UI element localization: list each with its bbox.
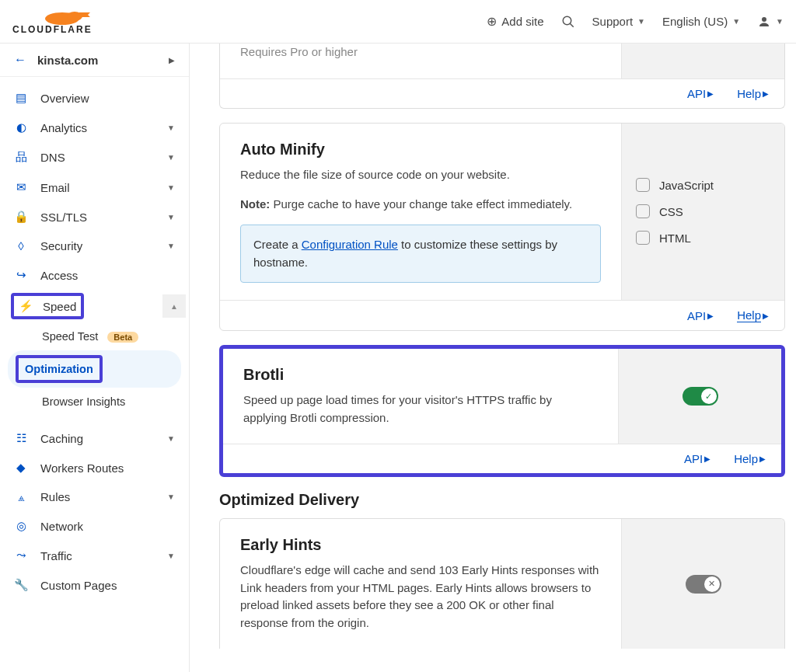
sidebar-item-traffic[interactable]: ⤳ Traffic ▼ — [0, 541, 189, 570]
language-label: English (US) — [662, 15, 728, 28]
minify-html-option[interactable]: HTML — [636, 231, 770, 245]
sidebar-item-rules[interactable]: ⟁ Rules ▼ — [0, 482, 189, 511]
sidebar-label: Overview — [40, 92, 175, 105]
wrench-icon: 🔧 — [14, 578, 28, 592]
user-icon — [757, 15, 771, 29]
api-link[interactable]: API▶ — [687, 308, 714, 322]
sidebar-item-dns[interactable]: 品 DNS ▼ — [0, 142, 189, 172]
chevron-down-icon: ▼ — [732, 17, 740, 26]
top-actions: ⊕ Add site Support ▼ English (US) ▼ ▼ — [487, 14, 784, 29]
note-text: Note: Purge cache to have your change ta… — [240, 197, 601, 211]
svg-point-3 — [563, 16, 571, 25]
chevron-down-icon: ▼ — [167, 124, 175, 132]
chevron-down-icon: ▼ — [167, 183, 175, 192]
help-link[interactable]: Help▶ — [737, 87, 769, 100]
language-menu[interactable]: English (US) ▼ — [662, 15, 740, 28]
sidebar-item-email[interactable]: ✉ Email ▼ — [0, 172, 189, 202]
minify-css-option[interactable]: CSS — [636, 204, 770, 218]
sidebar-item-ssl[interactable]: 🔒 SSL/TLS ▼ — [0, 202, 189, 232]
sidebar-item-network[interactable]: ◎ Network — [0, 511, 189, 541]
card-title: Auto Minify — [240, 141, 601, 158]
chevron-down-icon: ▼ — [637, 17, 645, 26]
chevron-right-icon: ▶ — [759, 454, 766, 463]
minify-js-option[interactable]: JavaScript — [636, 178, 770, 192]
help-link[interactable]: Help▶ — [734, 452, 766, 465]
chevron-right-icon: ▶ — [763, 312, 769, 320]
beta-badge: Beta — [107, 332, 138, 343]
main-content: Requires Pro or higher API▶ Help▶ Auto M… — [190, 44, 796, 672]
add-site-label: Add site — [501, 15, 543, 28]
toggle-knob: ✕ — [704, 576, 720, 592]
network-icon: 品 — [14, 150, 28, 165]
search-button[interactable] — [561, 15, 575, 29]
bolt-icon: ⚡ — [19, 299, 33, 313]
cloudflare-logo[interactable]: CLOUDFLARE — [12, 8, 96, 36]
svg-text:CLOUDFLARE: CLOUDFLARE — [12, 24, 93, 35]
sidebar-sub-optimization[interactable]: Optimization — [8, 350, 181, 388]
rules-icon: ⟁ — [14, 490, 28, 503]
sidebar-item-caching[interactable]: ☷ Caching ▼ — [0, 423, 189, 453]
toggle-knob: ✓ — [701, 388, 717, 404]
checkbox-icon — [636, 231, 650, 245]
sidebar-item-custom-pages[interactable]: 🔧 Custom Pages — [0, 570, 189, 600]
sidebar-item-security[interactable]: ◊ Security ▼ — [0, 232, 189, 260]
topbar: CLOUDFLARE ⊕ Add site Support ▼ English … — [0, 0, 796, 44]
shield-icon: ◊ — [14, 239, 28, 252]
early-hints-toggle[interactable]: ✕ — [686, 575, 721, 594]
card-title: Brotli — [243, 366, 598, 384]
account-menu[interactable]: ▼ — [757, 15, 784, 29]
chevron-right-icon: ▶ — [707, 89, 714, 98]
workers-icon: ◆ — [14, 461, 28, 475]
chevron-down-icon: ▼ — [167, 153, 175, 162]
sidebar-item-speed[interactable]: ⚡ Speed — [11, 293, 84, 319]
clock-icon: ◐ — [14, 120, 28, 134]
back-arrow-icon[interactable]: ← — [14, 53, 26, 67]
brotli-toggle[interactable]: ✓ — [683, 387, 718, 406]
email-icon: ✉ — [14, 180, 28, 194]
chevron-up-icon: ▲ — [170, 302, 178, 311]
chevron-down-icon: ▼ — [167, 434, 175, 443]
sidebar-sub-speed-test[interactable]: Speed Test Beta — [0, 322, 189, 350]
card-font-requires: Requires Pro or higher API▶ Help▶ — [219, 44, 785, 109]
traffic-icon: ⤳ — [14, 548, 28, 562]
chevron-down-icon: ▼ — [167, 213, 175, 221]
sidebar-sub-browser-insights[interactable]: Browser Insights — [0, 388, 189, 416]
support-label: Support — [592, 15, 634, 28]
search-icon — [561, 15, 575, 29]
chevron-right-icon: ▶ — [704, 454, 710, 463]
cache-icon: ☷ — [14, 431, 28, 445]
chevron-right-icon: ▶ — [763, 89, 769, 98]
site-selector[interactable]: ← kinsta.com ▶ — [0, 44, 189, 77]
requires-text: Requires Pro or higher — [240, 44, 601, 61]
chevron-right-icon: ▶ — [169, 56, 175, 64]
card-desc: Reduce the file size of source code on y… — [240, 166, 601, 184]
lock-icon: 🔒 — [14, 210, 28, 224]
chevron-down-icon: ▼ — [167, 552, 175, 560]
checkbox-icon — [636, 204, 650, 218]
section-heading: Optimized Delivery — [219, 491, 785, 509]
add-site-button[interactable]: ⊕ Add site — [487, 14, 543, 29]
plus-circle-icon: ⊕ — [487, 14, 497, 29]
chevron-down-icon: ▼ — [776, 17, 784, 26]
sidebar: ← kinsta.com ▶ ▤ Overview ◐ Analytics ▼ … — [0, 44, 190, 672]
card-auto-minify: Auto Minify Reduce the file size of sour… — [219, 123, 785, 332]
card-footer: API▶ Help▶ — [220, 78, 784, 108]
sidebar-item-analytics[interactable]: ◐ Analytics ▼ — [0, 113, 189, 142]
configuration-rule-link[interactable]: Configuration Rule — [302, 238, 398, 251]
help-link[interactable]: Help▶ — [737, 308, 769, 322]
support-menu[interactable]: Support ▼ — [592, 15, 645, 28]
svg-line-4 — [570, 23, 574, 27]
svg-point-5 — [762, 17, 766, 22]
api-link[interactable]: API▶ — [687, 87, 714, 100]
clipboard-icon: ▤ — [14, 91, 28, 105]
card-title: Early Hints — [240, 536, 601, 554]
card-early-hints: Early Hints Cloudflare's edge will cache… — [219, 518, 785, 649]
chevron-right-icon: ▶ — [707, 312, 714, 320]
card-brotli: Brotli Speed up page load times for your… — [219, 345, 785, 477]
api-link[interactable]: API▶ — [684, 452, 710, 465]
sidebar-item-workers[interactable]: ◆ Workers Routes — [0, 453, 189, 482]
sidebar-item-access[interactable]: ↪ Access — [0, 260, 189, 290]
access-icon: ↪ — [14, 268, 28, 282]
collapse-toggle[interactable]: ▲ — [162, 294, 186, 318]
sidebar-item-overview[interactable]: ▤ Overview — [0, 83, 189, 113]
